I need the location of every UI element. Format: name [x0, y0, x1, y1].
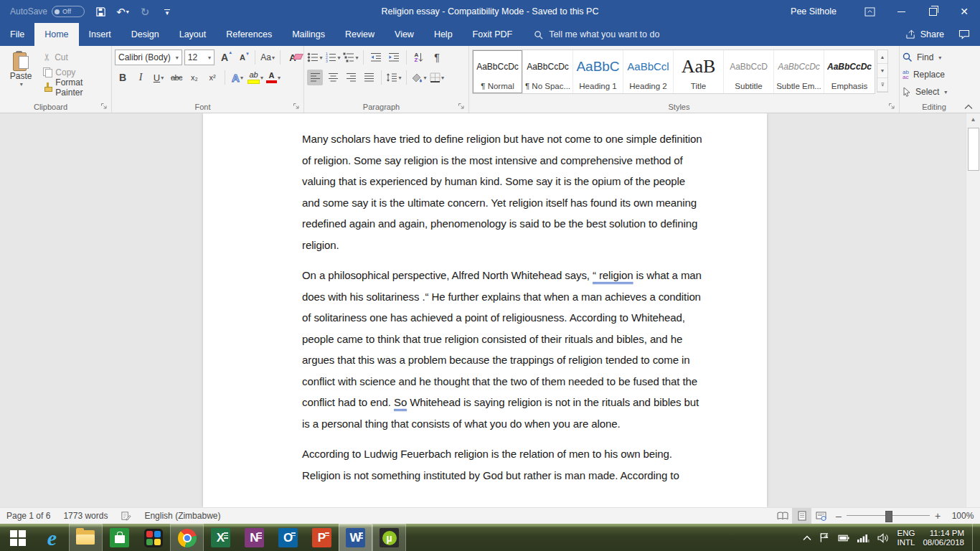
document-page[interactable]: Many scholars have tried to define relig… — [203, 113, 767, 507]
line-spacing-button[interactable]: ▾ — [386, 70, 402, 85]
style-normal[interactable]: AaBbCcDc ¶ Normal — [473, 50, 523, 93]
share-button[interactable]: Share — [905, 29, 944, 39]
page-indicator[interactable]: Page 1 of 6 — [0, 508, 57, 524]
taskbar-file-explorer[interactable] — [69, 524, 103, 551]
grammar-flagged-text[interactable]: So — [394, 396, 407, 408]
autosave-pill[interactable]: Off — [52, 6, 85, 17]
font-dialog-launcher[interactable] — [293, 103, 301, 110]
scrollbar-thumb[interactable] — [968, 128, 979, 171]
taskbar-onenote[interactable]: N — [237, 524, 271, 551]
taskbar-puzzle-game[interactable] — [136, 524, 170, 551]
close-button[interactable]: ✕ — [948, 0, 980, 23]
taskbar-internet-explorer[interactable]: e — [35, 524, 69, 551]
tab-view[interactable]: View — [385, 23, 424, 46]
clipboard-dialog-launcher[interactable] — [100, 103, 108, 110]
grow-font-button[interactable]: A▲ — [217, 50, 232, 65]
borders-button[interactable]: ▾ — [429, 70, 445, 85]
text-effects-button[interactable]: A▾ — [230, 70, 245, 85]
tab-design[interactable]: Design — [121, 23, 169, 46]
zoom-slider-handle[interactable] — [885, 511, 892, 522]
decrease-indent-button[interactable] — [368, 50, 384, 65]
cut-button[interactable]: ✂ Cut — [43, 50, 108, 65]
select-button[interactable]: Select▾ — [903, 85, 966, 99]
print-layout-button[interactable] — [792, 508, 811, 524]
show-hide-paragraph-button[interactable]: ¶ — [429, 50, 445, 65]
format-painter-button[interactable]: Format Painter — [43, 80, 108, 95]
style-subtle-emphasis[interactable]: AaBbCcDc Subtle Em... — [774, 50, 824, 93]
bullets-button[interactable]: ▾ — [307, 50, 323, 65]
styles-dialog-launcher[interactable] — [888, 103, 896, 110]
style-heading-1[interactable]: AaBbC Heading 1 — [573, 50, 623, 93]
tab-mailings[interactable]: Mailings — [282, 23, 335, 46]
italic-button[interactable]: I — [133, 70, 149, 85]
justify-button[interactable] — [361, 70, 377, 85]
replace-button[interactable]: ab ac Replace — [903, 67, 966, 82]
numbering-button[interactable]: 123▾ — [325, 50, 341, 65]
font-color-button[interactable]: A▾ — [265, 70, 281, 85]
style-heading-2[interactable]: AaBbCcl Heading 2 — [623, 50, 674, 93]
save-icon[interactable] — [94, 5, 107, 18]
taskbar-chrome[interactable] — [170, 524, 204, 551]
tab-insert[interactable]: Insert — [79, 23, 121, 46]
taskbar-excel[interactable]: X — [204, 524, 237, 551]
web-layout-button[interactable] — [811, 508, 831, 524]
underline-button[interactable]: U▾ — [151, 70, 166, 85]
increase-indent-button[interactable] — [386, 50, 402, 65]
document-text[interactable]: Many scholars have tried to define relig… — [302, 128, 704, 486]
clock[interactable]: 11:14 PM 08/06/2018 — [923, 529, 964, 547]
style-no-spacing[interactable]: AaBbCcDc ¶ No Spac... — [523, 50, 573, 93]
style-emphasis[interactable]: AaBbCcDc Emphasis — [824, 50, 875, 93]
styles-scroll-up-button[interactable]: ▲ — [877, 50, 887, 64]
styles-more-button[interactable]: ⊽ — [877, 78, 887, 92]
taskbar-utorrent[interactable]: µ — [372, 524, 406, 551]
align-center-button[interactable] — [325, 70, 341, 85]
taskbar-word-active[interactable]: W — [339, 524, 372, 551]
paragraph-dialog-launcher[interactable] — [458, 103, 466, 110]
tab-help[interactable]: Help — [424, 23, 463, 46]
styles-scroll-down-button[interactable]: ▼ — [877, 64, 887, 77]
tab-references[interactable]: References — [216, 23, 282, 46]
collapse-ribbon-button[interactable] — [964, 104, 973, 110]
zoom-slider[interactable] — [847, 508, 930, 524]
find-button[interactable]: Find▾ — [903, 50, 966, 65]
tab-foxit-pdf[interactable]: Foxit PDF — [463, 23, 523, 46]
paste-dropdown-caret[interactable]: ▾ — [20, 81, 23, 88]
proofing-status[interactable] — [114, 508, 138, 524]
volume-icon[interactable] — [877, 533, 890, 543]
clear-formatting-button[interactable]: A — [285, 50, 301, 65]
taskbar-powerpoint[interactable]: P — [305, 524, 339, 551]
action-center-icon[interactable] — [819, 532, 830, 543]
style-title[interactable]: AaB Title — [674, 50, 724, 93]
paste-button[interactable]: Paste ▾ — [3, 50, 39, 95]
zoom-percentage[interactable]: 100% — [946, 511, 980, 521]
network-signal-icon[interactable] — [857, 533, 870, 542]
customize-qat-button[interactable]: ▾ — [161, 5, 174, 18]
grammar-flagged-text[interactable]: “ religion — [593, 269, 633, 281]
ribbon-display-options-button[interactable] — [854, 0, 885, 23]
word-count[interactable]: 1773 words — [57, 508, 114, 524]
shading-button[interactable]: ▾ — [411, 70, 427, 85]
shrink-font-button[interactable]: A▼ — [235, 50, 250, 65]
multilevel-list-button[interactable]: ▾ — [343, 50, 359, 65]
zoom-in-button[interactable]: + — [930, 510, 946, 522]
font-size-combo[interactable]: 12▾ — [184, 50, 215, 65]
style-subtitle[interactable]: AaBbCcD Subtitle — [724, 50, 774, 93]
language-indicator-tray[interactable]: ENG INTL — [897, 529, 915, 547]
account-name[interactable]: Pee Sithole — [791, 6, 837, 17]
comments-icon[interactable] — [958, 29, 970, 39]
superscript-button[interactable]: x² — [204, 70, 220, 85]
align-left-button[interactable] — [307, 70, 323, 85]
font-name-combo[interactable]: Calibri (Body)▾ — [115, 50, 182, 65]
start-button[interactable] — [0, 524, 35, 551]
undo-button[interactable]: ↶▾ — [116, 5, 129, 18]
vertical-scrollbar[interactable]: ▲ — [966, 113, 980, 507]
battery-icon[interactable] — [838, 534, 849, 542]
text-highlight-button[interactable]: ab▾ — [248, 70, 263, 85]
show-hidden-icons-button[interactable] — [803, 535, 811, 541]
taskbar-store[interactable] — [103, 524, 136, 551]
tab-file[interactable]: File — [0, 23, 34, 46]
zoom-out-button[interactable]: – — [831, 510, 847, 522]
restore-button[interactable] — [917, 0, 948, 23]
taskbar-outlook[interactable]: O — [271, 524, 305, 551]
language-indicator[interactable]: English (Zimbabwe) — [138, 508, 227, 524]
